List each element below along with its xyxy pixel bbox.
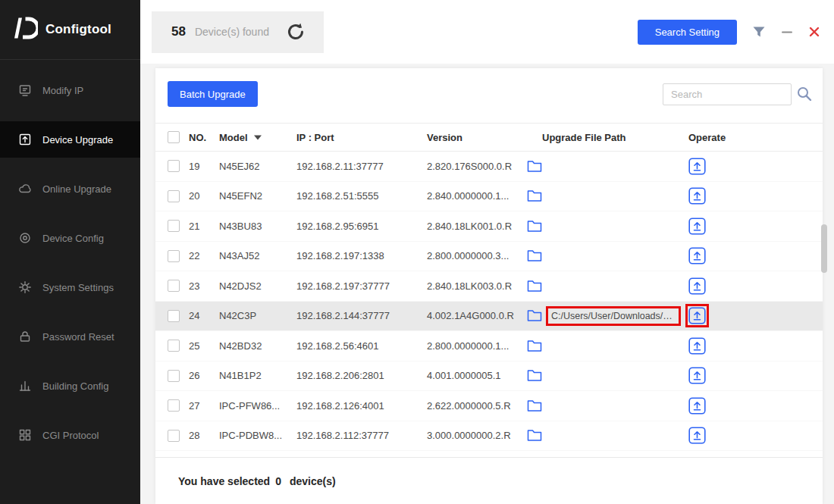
browse-folder-icon[interactable] — [527, 249, 542, 262]
row-checkbox[interactable] — [168, 399, 180, 412]
upload-icon[interactable] — [688, 187, 706, 205]
selection-footer: You have selected 0 device(s) — [155, 457, 823, 504]
table-row[interactable]: 20 N45EFN2 192.168.2.51:5555 2.840.00000… — [155, 182, 823, 212]
upload-icon[interactable] — [688, 307, 706, 324]
row-no: 20 — [189, 182, 219, 211]
row-ip-port: 192.168.2.144:37777 — [296, 302, 427, 331]
upload-icon[interactable] — [688, 218, 706, 235]
table-row[interactable]: 27 IPC-PFW86... 192.168.2.126:4001 2.622… — [155, 391, 823, 421]
device-upgrade-icon — [18, 133, 32, 146]
row-version: 2.840.18LK003.0.R — [427, 271, 527, 301]
row-version: 2.840.18LK001.0.R — [427, 211, 527, 241]
minimize-icon[interactable] — [781, 26, 793, 38]
selection-text-suffix: device(s) — [290, 475, 336, 487]
row-no: 27 — [189, 391, 219, 421]
row-model: N43AJ52 — [219, 242, 296, 271]
model-filter-icon[interactable] — [254, 135, 262, 140]
browse-folder-icon[interactable] — [527, 160, 542, 173]
search-icon[interactable] — [795, 85, 814, 103]
row-checkbox[interactable] — [168, 220, 180, 232]
row-model: N45EFN2 — [219, 182, 296, 211]
modify-ip-icon — [18, 83, 32, 97]
row-checkbox[interactable] — [168, 250, 180, 262]
sidebar-item-online-upgrade[interactable]: Online Upgrade — [0, 171, 140, 207]
row-checkbox[interactable] — [168, 160, 180, 172]
row-no: 28 — [189, 421, 219, 451]
table-row[interactable]: 19 N45EJ62 192.168.2.11:37777 2.820.176S… — [155, 152, 823, 182]
browse-folder-icon[interactable] — [527, 369, 542, 382]
table-row[interactable]: 25 N42BD32 192.168.2.56:4601 2.800.00000… — [155, 331, 823, 362]
upload-icon[interactable] — [688, 367, 706, 384]
row-checkbox[interactable] — [168, 340, 180, 352]
col-operate: Operate — [682, 124, 823, 151]
search-input[interactable] — [663, 83, 792, 105]
browse-folder-icon[interactable] — [527, 340, 542, 352]
select-all-checkbox[interactable] — [168, 131, 180, 143]
row-version: 2.800.0000000.3... — [427, 242, 527, 271]
close-icon[interactable] — [808, 26, 820, 38]
row-no: 25 — [189, 331, 219, 361]
upload-icon[interactable] — [688, 397, 706, 415]
table-row[interactable]: 24 N42C3P 192.168.2.144:37777 4.002.1A4G… — [155, 302, 823, 332]
row-ip-port: 192.168.2.11:37777 — [296, 152, 427, 181]
row-version: 2.840.0000000.1... — [427, 182, 527, 211]
row-checkbox[interactable] — [168, 310, 180, 322]
browse-folder-icon[interactable] — [527, 280, 542, 293]
table-header: NO. Model IP : Port Version Upgrade File… — [155, 123, 823, 152]
table-row[interactable]: 26 N41B1P2 192.168.2.206:2801 4.001.0000… — [155, 362, 823, 392]
row-checkbox[interactable] — [168, 430, 180, 442]
sidebar-item-label: Password Reset — [42, 331, 114, 343]
browse-folder-icon[interactable] — [527, 309, 542, 322]
sidebar-item-password-reset[interactable]: Password Reset — [0, 318, 140, 355]
search-setting-button[interactable]: Search Setting — [638, 20, 737, 45]
sidebar-item-modify-ip[interactable]: Modify IP — [0, 72, 140, 108]
table-row[interactable]: 23 N42DJS2 192.168.2.197:37777 2.840.18L… — [155, 271, 823, 302]
table-row[interactable]: 21 N43BU83 192.168.2.95:6951 2.840.18LK0… — [155, 211, 823, 242]
building-config-icon — [18, 379, 32, 393]
row-ip-port: 192.168.2.197:1338 — [296, 242, 427, 271]
batch-upgrade-button[interactable]: Batch Upgrade — [168, 81, 258, 107]
device-count: 58 — [171, 24, 186, 39]
sidebar-item-device-config[interactable]: Device Config — [0, 220, 140, 256]
row-model: IPC-PFW86... — [219, 391, 296, 421]
topbar: 58 Device(s) found Search Setting — [140, 0, 834, 64]
scrollbar-thumb[interactable] — [821, 224, 827, 273]
dropdown-funnel-icon[interactable] — [752, 26, 766, 38]
sidebar-item-label: Online Upgrade — [42, 183, 111, 195]
row-no: 22 — [189, 242, 219, 271]
row-version: 4.001.0000005.1 — [427, 362, 527, 391]
row-model: N42BD32 — [219, 331, 296, 361]
row-version: 2.800.0000000.1... — [427, 331, 527, 361]
sidebar-item-device-upgrade[interactable]: Device Upgrade — [0, 121, 140, 158]
sidebar-item-building-config[interactable]: Building Config — [0, 368, 140, 404]
row-model: N41B1P2 — [219, 362, 296, 391]
browse-folder-icon[interactable] — [527, 429, 542, 442]
password-reset-icon — [18, 330, 32, 343]
row-checkbox[interactable] — [168, 370, 180, 382]
cgi-protocol-icon — [18, 428, 32, 442]
upload-icon[interactable] — [688, 158, 706, 175]
browse-folder-icon[interactable] — [527, 189, 542, 202]
browse-folder-icon[interactable] — [527, 399, 542, 412]
sidebar-item-system-settings[interactable]: System Settings — [0, 269, 140, 305]
sidebar-item-cgi-protocol[interactable]: CGI Protocol — [0, 417, 140, 453]
row-checkbox[interactable] — [168, 190, 180, 202]
refresh-icon[interactable] — [286, 22, 306, 42]
upload-icon[interactable] — [688, 337, 706, 355]
selection-text-prefix: You have selected — [178, 475, 270, 487]
row-ip-port: 192.168.2.112:37777 — [296, 421, 427, 451]
upload-icon[interactable] — [688, 277, 706, 295]
row-model: N43BU83 — [219, 211, 296, 241]
upload-icon[interactable] — [688, 427, 706, 444]
table-body: 19 N45EJ62 192.168.2.11:37777 2.820.176S… — [155, 152, 823, 451]
upload-icon[interactable] — [688, 247, 706, 265]
row-no: 26 — [189, 362, 219, 391]
table-row[interactable]: 28 IPC-PDBW8... 192.168.2.112:37777 3.00… — [155, 421, 823, 452]
table-row[interactable]: 22 N43AJ52 192.168.2.197:1338 2.800.0000… — [155, 242, 823, 272]
browse-folder-icon[interactable] — [527, 220, 542, 233]
col-no: NO. — [189, 124, 219, 151]
app-title: Configtool — [45, 22, 111, 37]
row-file-path: C:/Users/User/Downloads/DH... — [548, 308, 679, 324]
row-checkbox[interactable] — [168, 280, 180, 292]
row-model: N42C3P — [219, 302, 296, 331]
